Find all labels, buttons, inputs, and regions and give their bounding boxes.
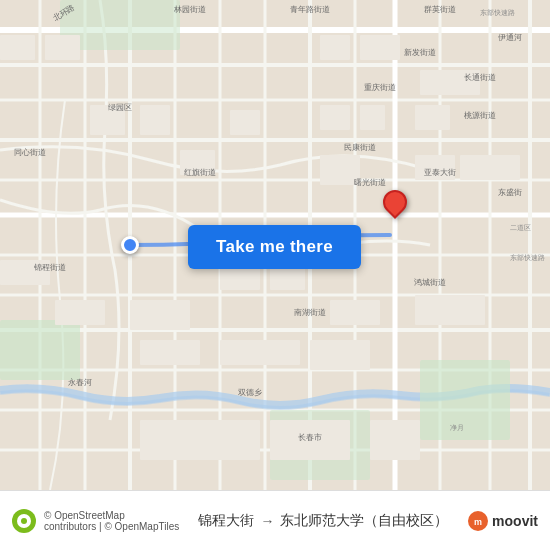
svg-text:永春河: 永春河 (68, 378, 92, 387)
attribution-text: © OpenStreetMap contributors | © OpenMap… (44, 510, 180, 532)
svg-text:红旗街道: 红旗街道 (184, 168, 216, 177)
svg-text:东部快速路: 东部快速路 (510, 254, 545, 261)
svg-text:曙光街道: 曙光街道 (354, 178, 386, 187)
svg-text:长通街道: 长通街道 (464, 73, 496, 82)
svg-rect-47 (415, 295, 485, 325)
svg-rect-56 (370, 420, 420, 460)
origin-label: 锦程大街 (198, 512, 254, 530)
svg-rect-35 (320, 35, 350, 60)
svg-rect-38 (320, 105, 350, 130)
svg-text:亚泰大街: 亚泰大街 (424, 168, 456, 177)
route-arrow-icon: → (260, 513, 274, 529)
svg-rect-50 (130, 300, 190, 330)
svg-text:民康街道: 民康街道 (344, 143, 376, 152)
svg-text:净月: 净月 (450, 424, 464, 431)
svg-rect-49 (55, 300, 105, 325)
svg-rect-29 (0, 35, 35, 60)
button-overlay: Take me there (163, 222, 386, 271)
svg-rect-26 (420, 360, 510, 440)
route-info: 锦程大街 → 东北师范大学（自由校区） (188, 512, 459, 530)
svg-text:东部快速路: 东部快速路 (480, 9, 515, 16)
svg-text:东盛街: 东盛街 (498, 188, 522, 197)
svg-text:绿园区: 绿园区 (108, 103, 132, 112)
destination-marker (383, 190, 407, 222)
svg-rect-30 (45, 35, 80, 60)
svg-rect-51 (140, 340, 200, 365)
svg-text:锦程街道: 锦程街道 (33, 263, 66, 272)
svg-text:桃源街道: 桃源街道 (464, 111, 496, 120)
moovit-brand-text: moovit (492, 513, 538, 529)
svg-rect-32 (140, 105, 170, 135)
svg-rect-52 (220, 340, 300, 365)
svg-text:伊通河: 伊通河 (498, 33, 522, 42)
svg-rect-46 (330, 300, 380, 325)
moovit-logo-icon: m (467, 510, 489, 532)
take-me-there-button[interactable]: Take me there (188, 225, 361, 269)
svg-rect-39 (360, 105, 385, 130)
svg-rect-54 (140, 420, 260, 460)
osm-logo-icon (12, 509, 36, 533)
svg-text:双德乡: 双德乡 (238, 388, 262, 397)
svg-text:鸿城街道: 鸿城街道 (414, 278, 446, 287)
svg-text:新发街道: 新发街道 (404, 48, 436, 57)
svg-rect-41 (460, 155, 520, 180)
svg-rect-53 (310, 340, 370, 370)
moovit-logo: m moovit (467, 510, 538, 532)
map-container[interactable]: 北环路 林园街道 青年路街道 群英街道 伊通河 东部快速路 新发街道 长通街道 … (0, 0, 550, 490)
svg-rect-25 (0, 320, 80, 380)
svg-text:青年路街道: 青年路街道 (290, 5, 330, 14)
svg-text:同心街道: 同心街道 (14, 148, 46, 157)
svg-rect-36 (360, 35, 400, 60)
bottom-bar: © OpenStreetMap contributors | © OpenMap… (0, 490, 550, 550)
svg-text:二道区: 二道区 (510, 224, 531, 231)
svg-text:林园街道: 林园街道 (173, 5, 206, 14)
svg-text:长春市: 长春市 (298, 433, 322, 442)
svg-text:群英街道: 群英街道 (424, 5, 456, 14)
svg-text:重庆街道: 重庆街道 (364, 83, 396, 92)
destination-label: 东北师范大学（自由校区） (280, 512, 448, 530)
svg-text:m: m (474, 517, 482, 527)
svg-text:南湖街道: 南湖街道 (294, 308, 326, 317)
origin-marker (121, 236, 139, 254)
svg-rect-34 (230, 110, 260, 135)
svg-rect-40 (415, 105, 450, 130)
